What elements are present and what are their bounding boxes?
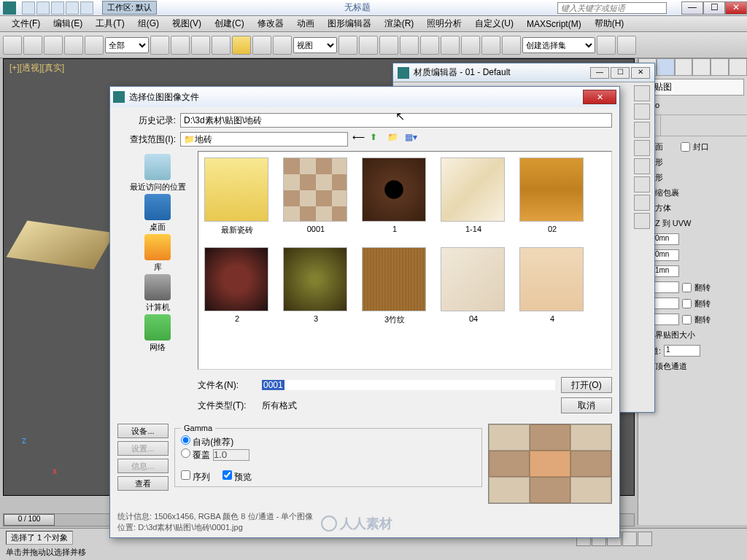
background-icon[interactable] <box>634 122 650 138</box>
file-dialog-close-button[interactable]: ✕ <box>583 90 616 104</box>
select-by-material-icon[interactable] <box>634 213 650 229</box>
menu-rendering[interactable]: 渲染(R) <box>379 16 420 31</box>
menu-maxscript[interactable]: MAXScript(M) <box>521 18 587 31</box>
vflip-checkbox[interactable] <box>682 299 692 308</box>
modify-tab-icon[interactable] <box>657 58 675 76</box>
pivot-icon[interactable] <box>338 36 357 55</box>
select-region-icon[interactable] <box>191 36 210 55</box>
gamma-auto-radio[interactable] <box>181 435 190 445</box>
app-icon[interactable] <box>3 1 16 15</box>
maximize-button[interactable]: ☐ <box>703 1 725 15</box>
video-check-icon[interactable] <box>634 158 650 174</box>
cancel-button[interactable]: 取消 <box>561 397 612 413</box>
display-tab-icon[interactable] <box>711 58 729 76</box>
file-item[interactable]: 02 <box>519 158 585 236</box>
undo-icon[interactable] <box>3 36 22 55</box>
menu-grapheditors[interactable]: 图形编辑器 <box>322 16 377 31</box>
file-item[interactable]: 4 <box>519 247 585 325</box>
filename-input[interactable]: 0001 <box>262 380 555 390</box>
file-item[interactable]: 3 <box>283 247 349 325</box>
help-search-input[interactable] <box>557 2 667 14</box>
align-icon[interactable] <box>481 36 500 55</box>
link-icon[interactable] <box>44 36 63 55</box>
cap-checkbox[interactable] <box>681 142 690 152</box>
menu-views[interactable]: 视图(V) <box>166 16 207 31</box>
preview-checkbox[interactable] <box>222 470 232 480</box>
viewport-label[interactable]: [+][透视][真实] <box>9 62 64 74</box>
unlink-icon[interactable] <box>64 36 83 55</box>
file-item[interactable]: 1-14 <box>441 158 506 236</box>
back-icon[interactable]: ⟵ <box>352 132 367 147</box>
menu-file[interactable]: 文件(F) <box>6 16 46 31</box>
up-icon[interactable]: ⬆ <box>370 132 384 147</box>
file-item[interactable]: 最新瓷砖 <box>204 158 270 236</box>
material-editor-close-button[interactable]: ✕ <box>631 67 650 79</box>
spinner-snap-icon[interactable] <box>441 36 460 55</box>
angle-snap-icon[interactable] <box>400 36 419 55</box>
redo-icon[interactable] <box>23 36 42 55</box>
selection-filter-dropdown[interactable]: 全部 <box>105 37 149 53</box>
lookin-dropdown[interactable]: 📁 地砖 <box>180 132 348 147</box>
qat-save-icon[interactable] <box>51 1 64 15</box>
sample-uv-icon[interactable] <box>634 140 650 156</box>
backlight-icon[interactable] <box>634 104 650 120</box>
scene-plane-object[interactable] <box>7 221 115 270</box>
scale-icon[interactable] <box>273 36 292 55</box>
layers-icon[interactable] <box>502 36 521 55</box>
menu-modifiers[interactable]: 修改器 <box>252 16 290 31</box>
refcoord-dropdown[interactable]: 视图 <box>293 37 337 53</box>
make-preview-icon[interactable] <box>634 176 650 192</box>
config-icon[interactable] <box>725 115 747 136</box>
snap-toggle-icon[interactable] <box>379 36 398 55</box>
qat-undo-icon[interactable] <box>66 1 79 15</box>
qat-new-icon[interactable] <box>22 1 35 15</box>
time-slider-handle[interactable]: 0 / 100 <box>4 514 55 526</box>
mirror-icon[interactable] <box>461 36 480 55</box>
place-recent[interactable]: 最近访问的位置 <box>130 154 186 192</box>
hierarchy-tab-icon[interactable] <box>675 58 693 76</box>
workspace-dropdown[interactable]: 工作区: 默认 <box>102 1 157 15</box>
next-frame-icon[interactable] <box>622 532 637 546</box>
gamma-value-spinner[interactable] <box>213 449 249 461</box>
file-dialog-titlebar[interactable]: 选择位图图像文件 ✕ <box>110 87 619 107</box>
minimize-button[interactable]: — <box>681 1 703 15</box>
goto-end-icon[interactable] <box>638 532 652 546</box>
file-item[interactable]: 1 <box>362 158 427 236</box>
move-icon[interactable] <box>232 36 251 55</box>
file-item[interactable]: 0001 <box>283 158 349 236</box>
remove-mod-icon[interactable] <box>704 115 726 136</box>
place-desktop[interactable]: 桌面 <box>144 194 171 233</box>
motion-tab-icon[interactable] <box>692 58 711 76</box>
options-icon[interactable] <box>634 195 650 211</box>
file-item[interactable]: 2 <box>204 247 270 325</box>
render-setup-icon[interactable] <box>617 36 636 55</box>
place-network[interactable]: 网络 <box>144 314 171 353</box>
show-result-icon[interactable] <box>661 115 683 136</box>
rotate-icon[interactable] <box>252 36 271 55</box>
material-editor-icon[interactable] <box>597 36 616 55</box>
named-selection-sets-dropdown[interactable]: 创建选择集 <box>522 37 595 53</box>
menu-customize[interactable]: 自定义(U) <box>469 16 519 31</box>
qat-open-icon[interactable] <box>36 1 50 15</box>
setup-button[interactable]: 设置... <box>117 441 169 456</box>
place-computer[interactable]: 计算机 <box>144 274 171 313</box>
file-item[interactable]: 04 <box>441 247 506 325</box>
select-icon[interactable] <box>150 36 169 55</box>
bind-icon[interactable] <box>85 36 104 55</box>
file-list[interactable]: 最新瓷砖 0001 1 1-14 02 2 3 3竹纹 04 4 <box>198 151 612 370</box>
qat-redo-icon[interactable] <box>80 1 93 15</box>
menu-help[interactable]: 帮助(H) <box>589 16 630 31</box>
channel-spinner[interactable]: 1 <box>664 345 700 357</box>
uflip-checkbox[interactable] <box>682 283 692 292</box>
utilities-tab-icon[interactable] <box>729 58 747 76</box>
select-name-icon[interactable] <box>171 36 190 55</box>
place-libraries[interactable]: 库 <box>144 234 171 273</box>
gamma-override-radio[interactable] <box>181 448 190 458</box>
filetype-dropdown[interactable]: 所有格式 <box>262 400 555 412</box>
sequence-checkbox[interactable] <box>181 470 190 480</box>
file-item[interactable]: 3竹纹 <box>362 247 427 325</box>
menu-create[interactable]: 创建(C) <box>209 16 250 31</box>
device-button[interactable]: 设备... <box>117 424 169 438</box>
menu-animation[interactable]: 动画 <box>291 16 320 31</box>
percent-snap-icon[interactable] <box>420 36 439 55</box>
